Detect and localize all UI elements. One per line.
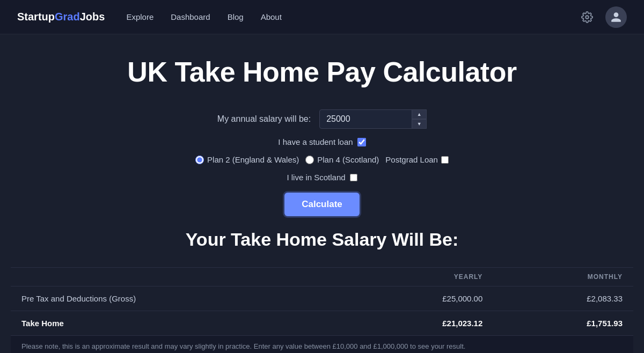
col-header-yearly: YEARLY: [342, 268, 493, 286]
results-table: YEARLY MONTHLY Pre Tax and Deductions (G…: [11, 267, 633, 353]
logo-jobs: Jobs: [80, 11, 105, 23]
calculate-button[interactable]: Calculate: [284, 193, 360, 216]
user-icon: [610, 11, 622, 23]
salary-spin-down[interactable]: ▼: [412, 119, 427, 129]
loan-plan-row: Plan 2 (England & Wales) Plan 4 (Scotlan…: [195, 155, 449, 164]
plan4-radio[interactable]: [305, 156, 314, 164]
salary-row: My annual salary will be: ▲ ▼: [217, 109, 427, 129]
postgrad-label: Postgrad Loan: [385, 155, 438, 164]
logo-grad: Grad: [55, 11, 80, 23]
salary-input-wrap: ▲ ▼: [319, 109, 427, 129]
row-yearly: £21,023.12: [342, 311, 493, 336]
plan2-option[interactable]: Plan 2 (England & Wales): [195, 155, 299, 164]
settings-button[interactable]: [577, 8, 597, 27]
nav-explore[interactable]: Explore: [126, 12, 153, 21]
postgrad-option[interactable]: Postgrad Loan: [385, 155, 449, 164]
table-row: Take Home £21,023.12 £1,751.93: [11, 311, 633, 336]
nav-links: Explore Dashboard Blog About: [126, 12, 577, 21]
plan4-label: Plan 4 (Scotland): [317, 155, 379, 164]
student-loan-label: I have a student loan: [278, 137, 353, 146]
svg-point-0: [586, 16, 589, 19]
salary-spinner: ▲ ▼: [412, 109, 427, 129]
plan4-option[interactable]: Plan 4 (Scotland): [305, 155, 379, 164]
nav-actions: [577, 6, 627, 28]
page-title: UK Take Home Pay Calculator: [127, 56, 516, 88]
plan2-radio[interactable]: [195, 156, 204, 164]
scotland-row: I live in Scotland: [287, 173, 357, 182]
logo-startup: Startup: [17, 11, 55, 23]
user-avatar-button[interactable]: [605, 6, 627, 28]
note-text: Please note, this is an approximate resu…: [11, 336, 633, 354]
plan2-label: Plan 2 (England & Wales): [207, 155, 299, 164]
note-row: Please note, this is an approximate resu…: [11, 336, 633, 354]
main-content: UK Take Home Pay Calculator My annual sa…: [0, 34, 644, 353]
gear-icon: [581, 11, 593, 23]
col-header-label: [11, 268, 342, 286]
row-monthly: £2,083.33: [493, 286, 633, 311]
row-label: Take Home: [11, 311, 342, 336]
student-loan-row: I have a student loan: [278, 137, 365, 146]
salary-input[interactable]: [319, 109, 427, 129]
nav-blog[interactable]: Blog: [228, 12, 244, 21]
row-yearly: £25,000.00: [342, 286, 493, 311]
salary-spin-up[interactable]: ▲: [412, 109, 427, 119]
table-header-row: YEARLY MONTHLY: [11, 268, 633, 286]
scotland-checkbox[interactable]: [350, 174, 357, 181]
nav-dashboard[interactable]: Dashboard: [171, 12, 210, 21]
salary-label: My annual salary will be:: [217, 114, 311, 124]
table-row: Pre Tax and Deductions (Gross) £25,000.0…: [11, 286, 633, 311]
result-heading: Your Take Home Salary Will Be:: [186, 229, 459, 250]
row-label: Pre Tax and Deductions (Gross): [11, 286, 342, 311]
navbar: StartupGradJobs Explore Dashboard Blog A…: [0, 0, 644, 34]
col-header-monthly: MONTHLY: [493, 268, 633, 286]
nav-about[interactable]: About: [261, 12, 282, 21]
logo[interactable]: StartupGradJobs: [17, 11, 105, 23]
row-monthly: £1,751.93: [493, 311, 633, 336]
student-loan-checkbox[interactable]: [357, 138, 366, 146]
postgrad-checkbox[interactable]: [441, 156, 449, 164]
calculator-form: My annual salary will be: ▲ ▼ I have a s…: [11, 109, 633, 353]
scotland-label: I live in Scotland: [287, 173, 345, 182]
